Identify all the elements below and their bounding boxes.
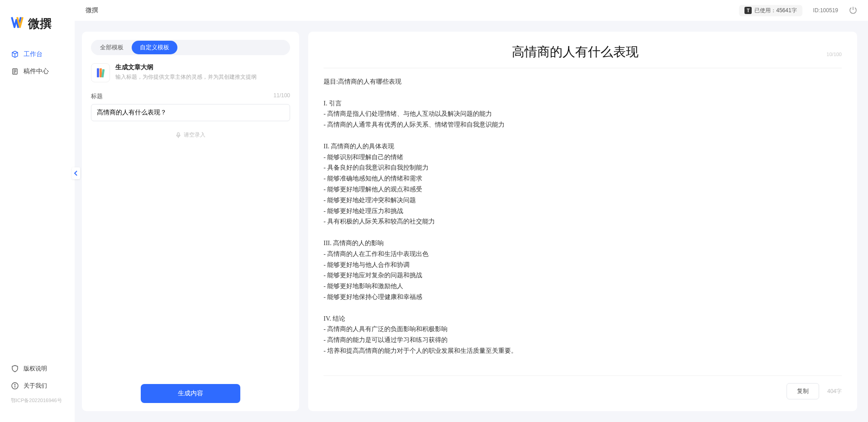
- collapse-sidebar-button[interactable]: [72, 167, 80, 179]
- copy-button[interactable]: 复制: [787, 383, 819, 399]
- info-icon: [11, 382, 19, 390]
- topbar: 微撰 T 已使用：45641字 ID:100519: [75, 0, 868, 21]
- svg-rect-6: [177, 133, 179, 136]
- title-input[interactable]: [91, 104, 290, 121]
- template-desc: 输入标题，为你提供文章主体的灵感，并为其创建推文提纲: [115, 73, 257, 81]
- doc-body[interactable]: 题目:高情商的人有哪些表现 I. 引言 - 高情商是指人们处理情绪、与他人互动以…: [324, 68, 842, 356]
- sidebar: 微撰 工作台 稿件中心 版权: [0, 0, 75, 422]
- right-footer: 复制 404字: [324, 375, 842, 399]
- voice-input-button[interactable]: 请空录入: [91, 131, 290, 139]
- page-title: 微撰: [86, 6, 739, 14]
- voice-input-label: 请空录入: [184, 131, 205, 139]
- nav-label: 工作台: [24, 50, 43, 58]
- app-name: 微撰: [28, 16, 52, 32]
- generate-button[interactable]: 生成内容: [141, 384, 240, 403]
- logo-icon: [11, 15, 24, 32]
- shield-icon: [11, 365, 19, 373]
- user-id: ID:100519: [813, 7, 838, 14]
- icp-text: 鄂ICP备2022016946号: [0, 394, 75, 407]
- nav-copyright[interactable]: 版权说明: [0, 360, 75, 377]
- nav-label: 关于我们: [24, 382, 47, 390]
- text-icon: T: [744, 7, 752, 14]
- template-tabs: 全部模板 自定义模板: [91, 40, 290, 55]
- svg-point-2: [14, 384, 15, 384]
- chevron-left-icon: [74, 171, 78, 176]
- tab-custom-templates[interactable]: 自定义模板: [132, 41, 177, 54]
- template-thumb-icon: [91, 63, 110, 82]
- main-area: 微撰 T 已使用：45641字 ID:100519 全部模板 自定义模板: [75, 0, 868, 422]
- usage-pill[interactable]: T 已使用：45641字: [739, 5, 802, 16]
- cube-icon: [11, 50, 19, 58]
- doc-title-count: 10/100: [826, 52, 842, 57]
- title-label: 标题: [91, 92, 103, 100]
- svg-rect-3: [97, 68, 99, 77]
- power-icon[interactable]: [849, 6, 857, 15]
- template-card: 生成文章大纲 输入标题，为你提供文章主体的灵感，并为其创建推文提纲: [91, 63, 290, 82]
- doc-title-row: 高情商的人有什么表现 10/100: [324, 43, 842, 68]
- app-logo: 微撰: [0, 11, 75, 46]
- nav-drafts[interactable]: 稿件中心: [0, 63, 75, 80]
- left-panel-footer: 生成内容: [91, 375, 290, 403]
- template-title: 生成文章大纲: [115, 63, 257, 71]
- tab-all-templates[interactable]: 全部模板: [92, 41, 132, 54]
- workspace: 全部模板 自定义模板 生成文章大纲 输入标题，为你提供文章主体的灵感，并为其创建…: [75, 21, 868, 422]
- mic-icon: [176, 132, 181, 138]
- body-char-count: 404字: [827, 388, 842, 395]
- usage-text: 已使用：45641字: [754, 7, 796, 14]
- title-char-count: 11/100: [273, 92, 290, 100]
- sidebar-footer: 版权说明 关于我们 鄂ICP备2022016946号: [0, 360, 75, 411]
- nav-label: 版权说明: [24, 365, 47, 373]
- doc-icon: [11, 67, 19, 76]
- title-field-label-row: 标题 11/100: [91, 92, 290, 100]
- nav-list: 工作台 稿件中心: [0, 46, 75, 360]
- nav-workbench[interactable]: 工作台: [0, 46, 75, 63]
- right-panel: 高情商的人有什么表现 10/100 题目:高情商的人有哪些表现 I. 引言 - …: [308, 32, 857, 411]
- doc-title[interactable]: 高情商的人有什么表现: [324, 43, 826, 61]
- nav-label: 稿件中心: [24, 67, 49, 76]
- nav-about[interactable]: 关于我们: [0, 377, 75, 394]
- left-panel: 全部模板 自定义模板 生成文章大纲 输入标题，为你提供文章主体的灵感，并为其创建…: [82, 32, 299, 411]
